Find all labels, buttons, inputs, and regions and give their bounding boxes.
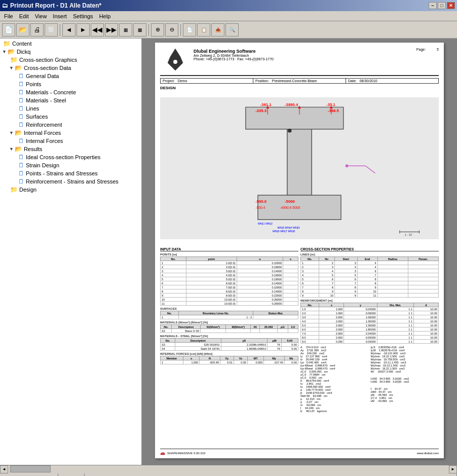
- folder-icon-internal-forces: 📂: [15, 129, 22, 136]
- menubar: File Edit View Insert Settings Help: [0, 11, 457, 21]
- tree-item-lines[interactable]: 🗒 Lines: [1, 104, 140, 113]
- table-row: 1.01.0000.040001 110.00: [301, 307, 439, 311]
- tree-label-cs-graphics: Cross-section Graphics: [19, 57, 77, 63]
- tree-item-internal-forces-folder[interactable]: ▼ 📂 Internal Forces: [1, 129, 140, 137]
- open-button[interactable]: 📂: [16, 23, 29, 36]
- svg-text:1 : 10: 1 : 10: [404, 233, 411, 236]
- nav5-button[interactable]: ▦: [119, 23, 132, 36]
- page-setup-button[interactable]: ⬜: [45, 23, 58, 36]
- project-label: Project:: [163, 79, 175, 83]
- zoom-in-button[interactable]: ⊕: [151, 23, 164, 36]
- tree-item-strain-design[interactable]: 🗒 Strain Design: [1, 161, 140, 169]
- doc-icon-surfaces: 🗒: [18, 113, 24, 120]
- tree-item-mat-steel[interactable]: 🗒 Materials - Steel: [1, 96, 140, 104]
- tree-item-general-data[interactable]: 🗒 General Data: [1, 72, 140, 80]
- doc-content-area: INPUT DATA POINTS [m] No. point u v: [160, 247, 439, 413]
- maximize-button[interactable]: □: [438, 2, 446, 9]
- app-icon: 🗂: [2, 2, 8, 9]
- tree-item-reinforcement[interactable]: 🗒 Reinforcement: [1, 121, 140, 129]
- table-row: 6.02.0001.800001 110.00: [301, 327, 439, 332]
- menu-help[interactable]: Help: [96, 12, 114, 20]
- surf-no: No.: [161, 311, 179, 315]
- menu-edit[interactable]: Edit: [16, 12, 32, 20]
- titlebar: 🗂 Printout Report - D1 Alle Daten* − □ ✕: [0, 0, 457, 11]
- left-col: INPUT DATA POINTS [m] No. point u v: [160, 247, 298, 413]
- two-page-button[interactable]: 📋: [197, 23, 210, 36]
- tree-item-points[interactable]: 🗒 Points: [1, 80, 140, 88]
- nav6-button[interactable]: ▩: [133, 23, 146, 36]
- next-button[interactable]: ►: [77, 23, 90, 36]
- zoom-out-button[interactable]: ⊖: [165, 23, 178, 36]
- table-row: 5668: [301, 277, 439, 281]
- table-row: 7889: [301, 285, 439, 289]
- titlebar-title: Printout Report - D1 Alle Daten*: [10, 2, 101, 9]
- company-phone: Phone: +49-(0)9673-1773 · Fax: +49-(0)96…: [194, 57, 395, 61]
- page-view-button[interactable]: 📄: [183, 23, 196, 36]
- print-button[interactable]: 🖨: [30, 23, 44, 36]
- tree-item-content[interactable]: 📁 Content: [1, 40, 140, 48]
- prev-button[interactable]: ◄: [62, 23, 75, 36]
- svg-text:-35.1: -35.1: [326, 102, 335, 107]
- close-button[interactable]: ✕: [447, 2, 455, 9]
- svg-text:-500.4: -500.4: [255, 206, 265, 209]
- folder-icon-cs-data: 📂: [15, 64, 22, 71]
- doc-icon-points: 🗒: [18, 81, 24, 88]
- table-row: 44.0(0.0)0.19000: [161, 273, 298, 277]
- date-value: 08/30/2010: [360, 79, 377, 83]
- page-label-container: Page: 5: [398, 48, 439, 51]
- tree-item-cs-graphics[interactable]: 📁 Cross-section Graphics: [1, 56, 140, 64]
- doc-icon-reinforcement-strains: 🗒: [18, 178, 24, 185]
- table-row: 3436: [301, 269, 439, 273]
- statusbar: Number of Pages: 5 Page 5 NUM: [0, 473, 457, 476]
- table-row: 55.0(0.0)0.19000: [161, 277, 298, 281]
- titlebar-left: 🗂 Printout Report - D1 Alle Daten*: [2, 2, 101, 9]
- toolbar: 📄 📂 🖨 ⬜ ◄ ► ◀◀ ▶▶ ▦ ▩ ⊕ ⊖ 📄 📋 📤 🔍: [0, 21, 457, 39]
- export-button[interactable]: 📤: [211, 23, 224, 36]
- folder-icon-cs-graphics: 📁: [10, 56, 18, 63]
- scroll-track[interactable]: [8, 465, 449, 473]
- menu-insert[interactable]: Insert: [50, 12, 70, 20]
- menu-file[interactable]: File: [1, 12, 16, 20]
- table-row: 6778: [301, 281, 439, 285]
- tree-label-reinforcement: Reinforcement: [26, 122, 62, 128]
- menu-view[interactable]: View: [32, 12, 50, 20]
- doc-page-info: Page: 5: [398, 48, 439, 73]
- tree-label-surfaces: Surfaces: [26, 114, 48, 120]
- table-row: 77.0(0.0)0.10000: [161, 285, 298, 289]
- doc-icon-reinforcement: 🗒: [18, 121, 24, 128]
- last-button[interactable]: ▶▶: [105, 23, 118, 36]
- lines-table: No. Nv Start End Radius Param. 1234 2334: [300, 257, 439, 298]
- svg-text:-398.5: -398.5: [328, 108, 339, 113]
- footer-software: SHAPE4MASSIVE 5.00.310: [167, 452, 205, 455]
- tree-label-design: Design: [19, 187, 36, 193]
- tree-label-results: Results: [24, 146, 43, 152]
- tree-item-cs-data[interactable]: ▼ 📂 Cross-section Data: [1, 64, 140, 72]
- tree-item-mat-concrete[interactable]: 🗒 Materials - Concrete: [1, 88, 140, 96]
- first-button[interactable]: ◀◀: [91, 23, 104, 36]
- tree-item-points-strains[interactable]: 🗒 Points - Strains and Stresses: [1, 169, 140, 177]
- document-panel[interactable]: Dlubal Engineering Software Am Zellweg 2…: [142, 39, 457, 465]
- tree-item-dickq[interactable]: ▼ 📂 Dickq: [1, 48, 140, 56]
- table-row: 99.0(0.0)0.22000: [161, 294, 298, 298]
- minimize-button[interactable]: −: [429, 2, 437, 9]
- tree-item-internal-forces[interactable]: 🗒 Internal Forces: [1, 137, 140, 145]
- svg-text:-5000: -5000: [285, 199, 295, 204]
- separator-2: [148, 24, 149, 36]
- table-row: 9.00.2500.030001 110.00: [301, 340, 439, 344]
- scroll-right-button[interactable]: ►: [449, 465, 457, 473]
- horizontal-scrollbar[interactable]: ◄ ►: [0, 465, 457, 473]
- tree-item-ideal-cs[interactable]: 🗒 Ideal Cross-section Properties: [1, 153, 140, 161]
- svg-point-24: [288, 129, 292, 133]
- tree-item-results-folder[interactable]: ▼ 📂 Results: [1, 145, 140, 153]
- tree-item-design-folder[interactable]: 📁 Design: [1, 186, 140, 194]
- scroll-left-button[interactable]: ◄: [0, 465, 8, 473]
- new-button[interactable]: 📄: [2, 23, 15, 36]
- internal-forces-header: INTERNAL FORCES [cm] [kN] [kNm]: [160, 352, 298, 355]
- toggle-internal-forces: ▼: [9, 130, 14, 135]
- menu-settings[interactable]: Settings: [70, 12, 96, 20]
- tree-item-surfaces[interactable]: 🗒 Surfaces: [1, 113, 140, 121]
- tree-item-reinforcement-strains[interactable]: 🗒 Reinforcement - Strains and Stresses: [1, 177, 140, 186]
- find-button[interactable]: 🔍: [225, 23, 239, 36]
- svg-point-16: [346, 164, 349, 167]
- cs-props-col2: Iy,S 2.80925E+019 cm4 Iy,M 1.90267E+019 …: [371, 346, 439, 413]
